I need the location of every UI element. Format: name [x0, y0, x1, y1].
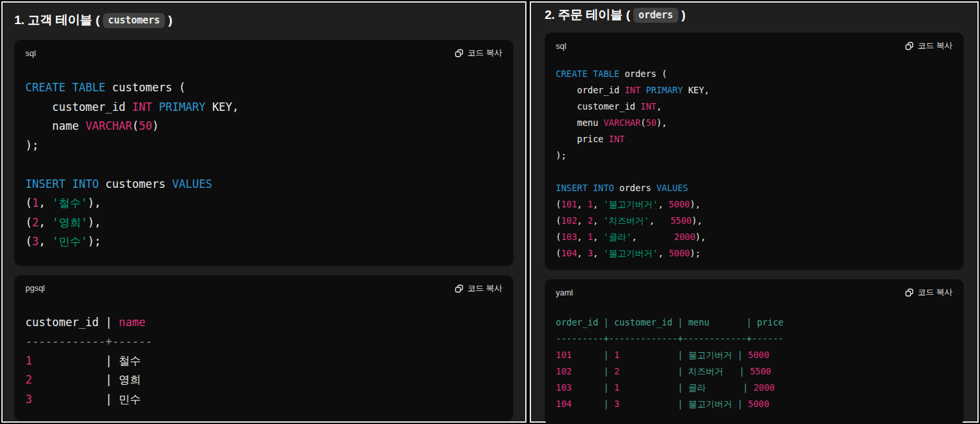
- section-title-suffix: ): [682, 8, 685, 22]
- code-block-orders-result: yaml 코드 복사 order_id | customer_id | menu…: [545, 279, 964, 424]
- code-line: [25, 155, 502, 175]
- code-line: order_id | customer_id | menu | price: [556, 314, 953, 331]
- code-line: ------------+------: [25, 332, 502, 352]
- section-title-orders: 2. 주문 테이블 ( orders ): [545, 3, 964, 23]
- code-line: (103, 1, '콜라', 2000),: [556, 229, 953, 245]
- code-line: name VARCHAR(50): [25, 117, 502, 136]
- code-line: (101, 1, '불고기버거', 5000),: [556, 196, 953, 213]
- copy-code-label: 코드 복사: [918, 40, 953, 52]
- code-line: customer_id INT PRIMARY KEY,: [25, 98, 502, 117]
- code-line: ---------+-------------+------------+---…: [556, 331, 953, 347]
- section-title-suffix: ): [168, 13, 172, 27]
- code-line: customer_id INT,: [556, 98, 953, 115]
- code-content: customer_id | name------------+------1 |…: [25, 313, 502, 410]
- code-language-label: yaml: [556, 288, 573, 297]
- code-block-header: pgsql 코드 복사: [25, 283, 502, 294]
- code-line: 104 | 3 | 불고기버거 | 5000: [556, 396, 953, 412]
- code-block-customers-sql: sql 코드 복사 CREATE TABLE customers ( custo…: [14, 40, 513, 266]
- code-line: 2 | 영희: [25, 371, 502, 390]
- copy-icon: [905, 288, 914, 297]
- code-line: order_id INT PRIMARY KEY,: [556, 82, 953, 98]
- copy-code-button[interactable]: 코드 복사: [905, 287, 953, 298]
- code-line: [556, 164, 953, 180]
- copy-icon: [455, 49, 463, 57]
- code-block-header: sql 코드 복사: [556, 40, 953, 52]
- code-line: price INT: [556, 131, 953, 147]
- code-line: menu VARCHAR(50),: [556, 115, 953, 131]
- code-line: CREATE TABLE customers (: [25, 78, 502, 98]
- code-language-label: sql: [556, 42, 566, 51]
- copy-icon: [905, 42, 914, 50]
- code-line: 102 | 2 | 치즈버거 | 5500: [556, 363, 953, 380]
- code-content: CREATE TABLE customers ( customer_id INT…: [25, 78, 502, 252]
- code-line: (104, 3, '불고기버거', 5000);: [556, 245, 953, 262]
- copy-icon: [455, 284, 463, 293]
- code-block-orders-sql: sql 코드 복사 CREATE TABLE orders ( order_id…: [545, 33, 964, 270]
- code-line: 101 | 1 | 불고기버거 | 5000: [556, 347, 953, 363]
- code-line: );: [25, 136, 502, 156]
- copy-code-button[interactable]: 코드 복사: [455, 48, 502, 59]
- code-line: 1 | 철수: [25, 352, 502, 371]
- code-line: (3, '민수');: [25, 232, 502, 252]
- code-line: (1, '철수'),: [25, 194, 502, 213]
- code-line: 103 | 1 | 콜라 | 2000: [556, 380, 953, 396]
- code-line: INSERT INTO customers VALUES: [25, 175, 502, 194]
- code-block-header: yaml 코드 복사: [556, 287, 953, 298]
- code-line: INSERT INTO orders VALUES: [556, 180, 953, 196]
- code-language-label: sql: [25, 49, 36, 58]
- code-line: );: [556, 147, 953, 164]
- copy-code-button[interactable]: 코드 복사: [905, 40, 953, 52]
- section-title-customers: 1. 고객 테이블 ( customers ): [14, 3, 513, 29]
- code-line: (102, 2, '치즈버거', 5500),: [556, 213, 953, 229]
- code-line: CREATE TABLE orders (: [556, 66, 953, 82]
- code-block-header: sql 코드 복사: [25, 48, 502, 59]
- code-line: (2, '영희'),: [25, 213, 502, 233]
- copy-code-label: 코드 복사: [918, 287, 953, 298]
- copy-code-button[interactable]: 코드 복사: [455, 283, 502, 294]
- code-block-customers-result: pgsql 코드 복사 customer_id | name----------…: [14, 275, 513, 421]
- copy-code-label: 코드 복사: [468, 283, 502, 294]
- code-line: customer_id | name: [25, 313, 502, 333]
- section-title-prefix: 2. 주문 테이블 (: [545, 7, 630, 23]
- customers-panel: 1. 고객 테이블 ( customers ) sql 코드 복사 CREATE…: [1, 1, 526, 423]
- code-language-label: pgsql: [25, 284, 45, 293]
- code-content: order_id | customer_id | menu | price---…: [556, 314, 953, 412]
- code-content: CREATE TABLE orders ( order_id INT PRIMA…: [556, 66, 953, 262]
- page: 1. 고객 테이블 ( customers ) sql 코드 복사 CREATE…: [0, 0, 980, 424]
- copy-code-label: 코드 복사: [468, 48, 502, 59]
- orders-panel: 2. 주문 테이블 ( orders ) sql 코드 복사 CREATE TA…: [530, 1, 979, 423]
- code-line: 3 | 민수: [25, 390, 502, 410]
- inline-code-chip: orders: [633, 8, 678, 23]
- section-title-prefix: 1. 고객 테이블 (: [14, 12, 100, 29]
- inline-code-chip: customers: [103, 13, 165, 28]
